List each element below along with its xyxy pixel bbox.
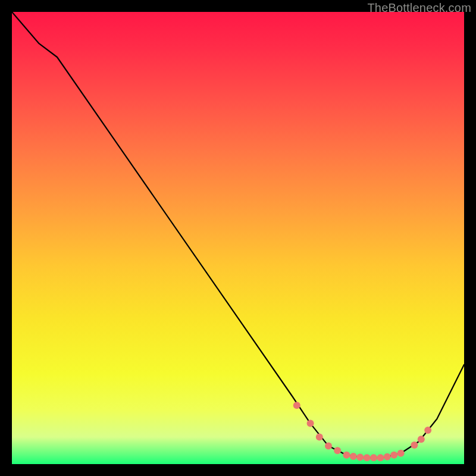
curve-marker xyxy=(316,433,323,440)
curve-marker xyxy=(370,454,377,461)
curve-marker xyxy=(356,454,364,461)
curve-marker xyxy=(377,454,384,461)
curve-marker xyxy=(364,454,371,461)
curve-marker xyxy=(397,450,405,457)
curve-marker xyxy=(350,453,357,460)
curve-marker xyxy=(307,420,314,427)
curve-marker xyxy=(293,402,300,409)
curve-marker xyxy=(424,427,431,434)
curve-marker xyxy=(384,453,391,461)
curve-marker xyxy=(343,452,350,459)
curve-marker xyxy=(411,441,418,449)
curve-marker xyxy=(418,436,425,443)
chart-container: TheBottleneck.com xyxy=(0,0,476,476)
curve-marker xyxy=(390,452,397,459)
plot-area xyxy=(12,12,464,464)
curve-layer xyxy=(12,12,464,464)
curve-markers xyxy=(293,402,431,461)
bottleneck-curve xyxy=(12,12,464,458)
curve-marker xyxy=(325,443,332,450)
curve-marker xyxy=(334,447,341,454)
